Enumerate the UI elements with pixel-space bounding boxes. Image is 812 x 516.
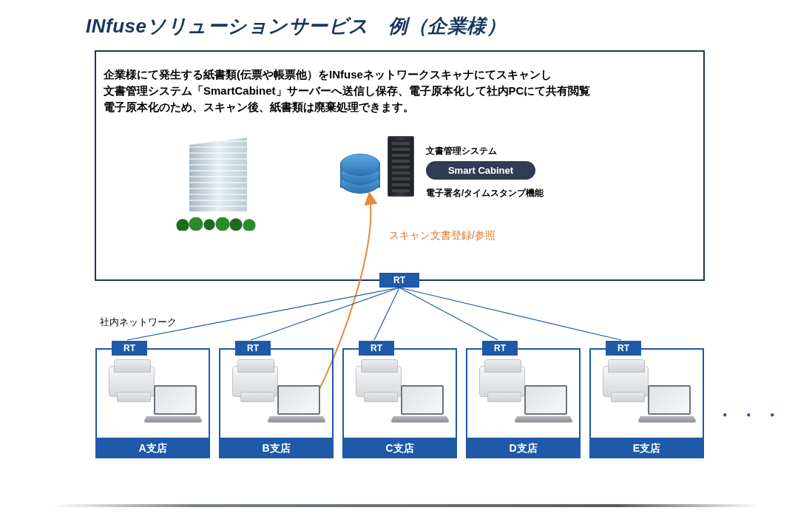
router-branch-c: RT [359, 341, 394, 356]
signature-label: 電子署名/タイムスタンプ機能 [426, 187, 544, 200]
description-line-1: 企業様にて発生する紙書類(伝票や帳票他）をINfuseネットワークスキャナにてス… [104, 68, 552, 81]
branch-name-d: D支店 [466, 438, 581, 458]
svg-line-3 [399, 288, 498, 340]
branch-box-e: RT E支店 [589, 348, 704, 458]
scan-arrow-label: スキャン文書登録/参照 [389, 229, 495, 242]
smart-cabinet-badge: Smart Cabinet [426, 161, 535, 180]
router-branch-e: RT [606, 341, 641, 356]
page-title: INfuseソリューションサービス 例（企業様） [86, 13, 506, 39]
laptop-icon [640, 385, 694, 424]
laptop-icon [393, 385, 447, 424]
branch-name-b: B支店 [219, 438, 334, 458]
footer-divider [52, 504, 760, 507]
svg-line-1 [251, 288, 399, 340]
router-branch-b: RT [235, 341, 271, 356]
internal-network-label: 社内ネットワーク [100, 316, 177, 329]
branch-name-c: C支店 [342, 438, 457, 458]
laptop-icon [517, 385, 570, 424]
description-text: 企業様にて発生する紙書類(伝票や帳票他）をINfuseネットワークスキャナにてス… [104, 67, 695, 115]
router-main: RT [379, 273, 419, 288]
svg-line-0 [127, 288, 399, 340]
laptop-icon [270, 385, 323, 424]
laptop-icon [146, 385, 200, 424]
dms-label: 文書管理システム [426, 145, 497, 157]
description-line-3: 電子原本化のため、スキャン後、紙書類は廃棄処理できます。 [104, 101, 414, 113]
database-icon [340, 152, 379, 194]
branch-box-c: RT C支店 [342, 348, 457, 458]
svg-line-4 [399, 288, 621, 340]
router-branch-d: RT [482, 341, 518, 356]
svg-line-2 [374, 288, 399, 340]
branch-box-b: RT B支店 [219, 348, 334, 458]
branch-name-e: E支店 [589, 438, 704, 458]
building-icon [181, 138, 255, 226]
branch-box-a: RT A支店 [95, 348, 210, 458]
branch-name-a: A支店 [95, 438, 210, 458]
server-rack-icon [388, 136, 414, 197]
ellipsis-dots: ・・・ [717, 404, 788, 427]
router-branch-a: RT [112, 341, 147, 356]
branch-box-d: RT D支店 [466, 348, 581, 458]
description-line-2: 文書管理システム「SmartCabinet」サーバーへ送信し保存、電子原本化して… [104, 84, 590, 97]
diagram-canvas: INfuseソリューションサービス 例（企業様） 企業様にて発生する紙書類(伝票… [0, 0, 812, 516]
